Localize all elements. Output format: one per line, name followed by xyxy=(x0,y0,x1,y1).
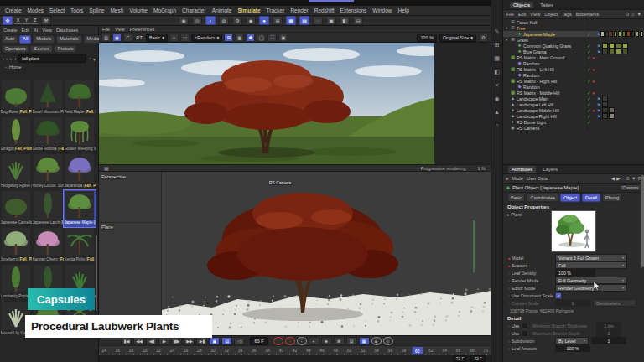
asset-item[interactable]: Japanese Maple (Fall ... xyxy=(64,190,96,227)
loop-icon-1[interactable]: ◎ xyxy=(383,337,393,345)
filter-icon[interactable]: ◯ xyxy=(257,34,266,42)
filter-all[interactable]: All xyxy=(19,35,31,44)
viewport-label-plane[interactable]: Plane xyxy=(101,225,113,230)
enabled-check-icon[interactable]: ✓ xyxy=(586,55,592,60)
attr-tab-coordinates[interactable]: Coordinates xyxy=(527,194,558,202)
enabled-check-icon[interactable]: ✓ xyxy=(586,67,592,72)
use-checkbox[interactable]: ✓ xyxy=(522,330,528,337)
material-icon[interactable]: ◍ xyxy=(219,16,229,25)
add-icon[interactable]: + xyxy=(14,56,18,61)
menu-render[interactable]: Render xyxy=(290,8,308,13)
asset-menu-edit[interactable]: Edit xyxy=(22,28,29,33)
menu-tracker[interactable]: Tracker xyxy=(267,8,285,13)
current-frame-field[interactable]: 60 F xyxy=(250,337,267,345)
filter-models[interactable]: Models xyxy=(33,35,55,44)
back-icon[interactable]: ‹ xyxy=(3,56,4,61)
filter-icon[interactable]: ◔ xyxy=(88,56,91,61)
use-checkbox[interactable]: ✓ xyxy=(522,323,528,329)
menu-mesh[interactable]: Mesh xyxy=(110,8,123,13)
plant-preview-image[interactable] xyxy=(551,210,596,252)
timeline-toggle-0[interactable]: ▣ xyxy=(209,337,220,345)
asset-menu-ai[interactable]: AI xyxy=(34,28,38,33)
key-mode-icon-0[interactable]: + xyxy=(309,337,319,345)
object-row[interactable]: ⊞Focus Null∶ xyxy=(503,19,644,25)
menu-volume[interactable]: Volume xyxy=(129,8,148,13)
enabled-check-icon[interactable]: ✓ xyxy=(586,108,592,113)
material-swatch[interactable] xyxy=(618,31,621,37)
menu-tools[interactable]: Tools xyxy=(70,8,83,13)
menu-window[interactable]: Window xyxy=(372,8,392,13)
object-row[interactable]: ▾⊞Grass∶ xyxy=(503,37,644,43)
range-end-field[interactable]: 72 F xyxy=(453,355,468,362)
home-icon[interactable]: ⌂ xyxy=(9,56,13,61)
material-swatch[interactable] xyxy=(602,113,608,119)
attr-mode-icon-0[interactable]: ◀ xyxy=(611,176,615,181)
key-mode-icon-2[interactable]: ⊞ xyxy=(334,337,345,345)
obj-menu-icon-2[interactable]: ▼ xyxy=(637,12,641,17)
folder-icon[interactable]: ▾ xyxy=(93,56,96,62)
workplane-icon[interactable]: ◌ xyxy=(313,16,323,25)
asset-item[interactable]: Ginkgo (Fall, Plant) xyxy=(0,116,32,153)
asset-menu-databases[interactable]: Databases xyxy=(56,28,78,33)
autokey-button[interactable]: ● xyxy=(285,337,295,345)
side-tool-icon-4[interactable]: ✕ xyxy=(495,82,500,88)
key-mode-icon-4[interactable]: ▦ xyxy=(359,337,370,345)
object-row[interactable]: ◉RS Camera∶ xyxy=(503,125,644,131)
render-region-icon[interactable]: ◎ xyxy=(192,16,202,25)
user-data-label[interactable]: User Data xyxy=(527,176,548,181)
asset-item[interactable]: Field Maple (Fall, Plant) xyxy=(64,80,96,116)
attr-unit-dropdown[interactable]: Centimeters▾ xyxy=(593,299,636,307)
simulate-settings-icon[interactable]: ⚙ xyxy=(232,16,242,25)
material-swatch[interactable] xyxy=(605,31,609,37)
material-swatch[interactable] xyxy=(602,96,608,101)
axis-z-button[interactable]: Z xyxy=(31,17,39,24)
object-row[interactable]: ◐RS Dome Light∶✓ xyxy=(503,119,644,125)
timeline-toggle-1[interactable]: ▤ xyxy=(221,337,232,345)
attr-mode-icon-1[interactable]: ▶ xyxy=(616,176,620,181)
asset-item[interactable]: Dog-Rose (Fall, Plant) xyxy=(0,80,32,116)
asset-search-input[interactable]: fall plant xyxy=(18,54,86,63)
zoom-field[interactable]: 100 % xyxy=(417,34,437,42)
enabled-check-icon[interactable]: ✓ xyxy=(586,90,592,96)
object-row[interactable]: ◆Random∶ xyxy=(503,84,644,90)
asset-item[interactable]: Japanese Larch (Fall, Pl... xyxy=(32,190,64,227)
asset-item[interactable]: Hedgehog Agave (Fall... xyxy=(0,153,32,190)
side-tool-icon-6[interactable]: ▲ xyxy=(494,109,500,115)
obj-menu-file[interactable]: File xyxy=(506,12,514,17)
render-view-icon[interactable]: ◉ xyxy=(179,16,189,25)
mode-label[interactable]: Mode xyxy=(512,176,523,181)
kinematics-icon[interactable]: ⚒ xyxy=(41,16,51,25)
enabled-check-icon[interactable]: ✓ xyxy=(586,32,592,37)
grid-icon[interactable]: ✽ xyxy=(246,34,255,42)
object-row[interactable]: ▲Landscape Right Hill∶✓⚑ xyxy=(503,113,644,119)
obj-menu-icon-0[interactable]: ⊙ xyxy=(626,12,630,17)
menu-select[interactable]: Select xyxy=(49,8,65,13)
material-swatch[interactable] xyxy=(615,43,621,49)
attr-value-field[interactable]: 1 xyxy=(555,299,590,307)
grid-icon[interactable]: ⊞ xyxy=(273,16,283,25)
material-swatch[interactable] xyxy=(609,49,615,54)
menu-help[interactable]: Help xyxy=(397,8,408,13)
attr-mode-icon-3[interactable]: ⊙ xyxy=(626,176,630,181)
tab-layers[interactable]: Layers xyxy=(539,166,561,173)
zoom-icon[interactable]: ⊹ xyxy=(169,34,179,42)
attr-mode-icon-4[interactable]: ▼ xyxy=(631,176,636,181)
asset-scrollbar[interactable] xyxy=(96,235,97,311)
asset-menu-create[interactable]: Create xyxy=(3,28,18,33)
layer-dots[interactable]: ∶ xyxy=(584,126,586,131)
sound-icon[interactable]: ◁) xyxy=(234,337,245,345)
material-swatch[interactable] xyxy=(600,31,604,37)
enabled-check-icon[interactable]: ✓ xyxy=(586,120,592,125)
viewport-label-perspective[interactable]: Perspective xyxy=(101,174,126,179)
object-row[interactable]: ▲Landscape Main∶✓⚑ xyxy=(503,96,644,101)
attr-tab-basic[interactable]: Basic xyxy=(507,194,525,202)
asset-item[interactable]: Kentia Palm (Fall, Plant) xyxy=(64,227,96,264)
transport-next-frame-button[interactable]: ▮▶ xyxy=(171,337,182,345)
asset-item[interactable]: Dwarf Mountain Pine (... xyxy=(32,80,64,116)
layer-dots[interactable]: ∶ xyxy=(584,61,586,66)
asset-item[interactable]: Honey Locust 'Sunbur... xyxy=(32,153,64,190)
object-row[interactable]: ◆Random∶ xyxy=(503,60,644,66)
material-swatch[interactable] xyxy=(610,31,613,37)
asset-item[interactable]: Kanzan Cherry (Fall, Pl... xyxy=(32,227,64,264)
enabled-check-icon[interactable]: ✓ xyxy=(586,79,592,84)
